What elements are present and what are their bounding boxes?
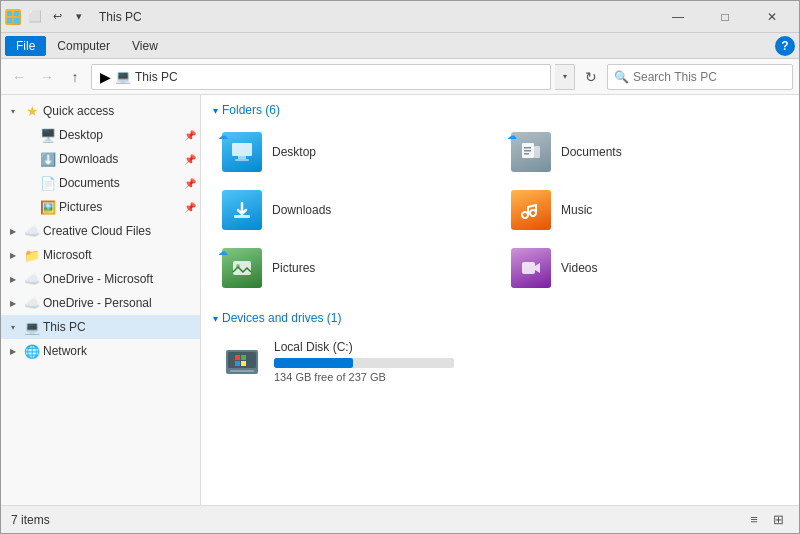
downloads-folder-img xyxy=(222,190,262,230)
svg-rect-8 xyxy=(534,146,540,158)
window-controls: — □ ✕ xyxy=(655,1,795,33)
drive-icon-wrapper xyxy=(222,342,262,382)
documents-folder-img xyxy=(511,132,551,172)
sidebar-item-downloads[interactable]: ⬇️ Downloads 📌 xyxy=(1,147,200,171)
sidebar-documents-label: Documents xyxy=(59,176,182,190)
search-icon: 🔍 xyxy=(614,70,629,84)
sidebar-item-onedrive-microsoft[interactable]: ▶ ☁️ OneDrive - Microsoft xyxy=(1,267,200,291)
devices-section-header[interactable]: ▾ Devices and drives (1) xyxy=(213,311,787,325)
folders-chevron: ▾ xyxy=(213,105,218,116)
svg-rect-5 xyxy=(238,156,246,159)
svg-rect-4 xyxy=(232,143,252,156)
desktop-folder-img xyxy=(222,132,262,172)
list-view-button[interactable]: ≡ xyxy=(743,509,765,531)
sidebar-item-desktop[interactable]: 🖥️ Desktop 📌 xyxy=(1,123,200,147)
menu-computer[interactable]: Computer xyxy=(46,36,121,56)
sidebar-item-creative-cloud[interactable]: ▶ ☁️ Creative Cloud Files xyxy=(1,219,200,243)
cloud-badge-documents: ☁ xyxy=(507,130,517,141)
refresh-button[interactable]: ↻ xyxy=(579,65,603,89)
sidebar-microsoft-label: Microsoft xyxy=(43,248,196,262)
sidebar-this-pc-label: This PC xyxy=(43,320,196,334)
drive-info: Local Disk (C:) 134 GB free of 237 GB xyxy=(274,340,778,383)
svg-rect-21 xyxy=(241,361,246,366)
sidebar-item-microsoft[interactable]: ▶ 📁 Microsoft xyxy=(1,243,200,267)
status-bar: 7 items ≡ ⊞ xyxy=(1,505,799,533)
svg-rect-11 xyxy=(524,153,529,155)
folder-documents[interactable]: ☁ Documents xyxy=(502,125,787,179)
sidebar-item-onedrive-personal[interactable]: ▶ ☁️ OneDrive - Personal xyxy=(1,291,200,315)
cloud-badge-desktop: ☁ xyxy=(218,130,228,141)
folder-videos[interactable]: Videos xyxy=(502,241,787,295)
sidebar-item-pictures[interactable]: 🖼️ Pictures 📌 xyxy=(1,195,200,219)
menu-bar: File Computer View ? xyxy=(1,33,799,59)
svg-rect-18 xyxy=(235,355,240,360)
search-box[interactable]: 🔍 xyxy=(607,64,793,90)
drive-bar-fill xyxy=(274,358,353,368)
path-icon: ▶ xyxy=(100,69,111,85)
quick-save-btn[interactable]: ⬜ xyxy=(25,7,45,27)
svg-rect-9 xyxy=(524,147,531,149)
sidebar-item-network[interactable]: ▶ 🌐 Network xyxy=(1,339,200,363)
sidebar-onedrive-personal-label: OneDrive - Personal xyxy=(43,296,196,310)
drive-name: Local Disk (C:) xyxy=(274,340,778,354)
svg-rect-13 xyxy=(233,261,251,275)
details-view-button[interactable]: ⊞ xyxy=(767,509,789,531)
folders-section-header[interactable]: ▾ Folders (6) xyxy=(213,103,787,117)
minimize-button[interactable]: — xyxy=(655,1,701,33)
up-button[interactable]: ↑ xyxy=(63,65,87,89)
back-button[interactable]: ← xyxy=(7,65,31,89)
music-folder-name: Music xyxy=(561,203,592,217)
folder-desktop[interactable]: ☁ Desktop xyxy=(213,125,498,179)
help-button[interactable]: ? xyxy=(775,36,795,56)
svg-rect-22 xyxy=(230,370,254,372)
star-icon: ★ xyxy=(23,102,41,120)
view-buttons: ≡ ⊞ xyxy=(743,509,789,531)
drive-c[interactable]: Local Disk (C:) 134 GB free of 237 GB xyxy=(213,333,787,390)
search-input[interactable] xyxy=(633,70,786,84)
menu-file[interactable]: File xyxy=(5,36,46,56)
pin-icon: 📌 xyxy=(184,178,196,189)
sidebar-item-documents[interactable]: 📄 Documents 📌 xyxy=(1,171,200,195)
svg-rect-0 xyxy=(7,11,12,16)
devices-section-title: Devices and drives (1) xyxy=(222,311,341,325)
svg-rect-10 xyxy=(524,150,531,152)
no-expand xyxy=(21,175,37,191)
desktop-folder-icon: 🖥️ xyxy=(39,126,57,144)
onedrive-personal-icon: ☁️ xyxy=(23,294,41,312)
folder-pictures[interactable]: ☁ Pictures xyxy=(213,241,498,295)
sidebar-network-label: Network xyxy=(43,344,196,358)
sidebar: ▾ ★ Quick access 🖥️ Desktop 📌 ⬇️ Downloa… xyxy=(1,95,201,505)
redo-btn[interactable]: ▾ xyxy=(69,7,89,27)
svg-rect-20 xyxy=(235,361,240,366)
pin-icon: 📌 xyxy=(184,202,196,213)
content-area: ▾ Folders (6) ☁ xyxy=(201,95,799,505)
undo-btn[interactable]: ↩ xyxy=(47,7,67,27)
sidebar-item-quickaccess[interactable]: ▾ ★ Quick access xyxy=(1,99,200,123)
documents-icon-wrapper: ☁ xyxy=(511,132,551,172)
sidebar-creative-cloud-label: Creative Cloud Files xyxy=(43,224,196,238)
maximize-button[interactable]: □ xyxy=(702,1,748,33)
address-path[interactable]: ▶ 💻 This PC xyxy=(91,64,551,90)
sidebar-downloads-label: Downloads xyxy=(59,152,182,166)
main-content: ▾ ★ Quick access 🖥️ Desktop 📌 ⬇️ Downloa… xyxy=(1,95,799,505)
sidebar-quickaccess-label: Quick access xyxy=(43,104,196,118)
folder-downloads[interactable]: Downloads xyxy=(213,183,498,237)
svg-rect-3 xyxy=(14,18,19,23)
path-text: This PC xyxy=(135,70,178,84)
path-dropdown-btn[interactable]: ▾ xyxy=(555,64,575,90)
sidebar-desktop-label: Desktop xyxy=(59,128,182,142)
quick-access-toolbar: ⬜ ↩ ▾ xyxy=(25,7,89,27)
desktop-folder-name: Desktop xyxy=(272,145,316,159)
folder-music[interactable]: Music xyxy=(502,183,787,237)
music-icon-wrapper xyxy=(511,190,551,230)
network-icon: 🌐 xyxy=(23,342,41,360)
no-expand xyxy=(21,199,37,215)
close-button[interactable]: ✕ xyxy=(749,1,795,33)
videos-folder-name: Videos xyxy=(561,261,597,275)
sidebar-item-this-pc[interactable]: ▾ 💻 This PC xyxy=(1,315,200,339)
forward-button[interactable]: → xyxy=(35,65,59,89)
onedrive-ms-icon: ☁️ xyxy=(23,270,41,288)
pictures-folder-icon: 🖼️ xyxy=(39,198,57,216)
documents-folder-icon: 📄 xyxy=(39,174,57,192)
menu-view[interactable]: View xyxy=(121,36,169,56)
